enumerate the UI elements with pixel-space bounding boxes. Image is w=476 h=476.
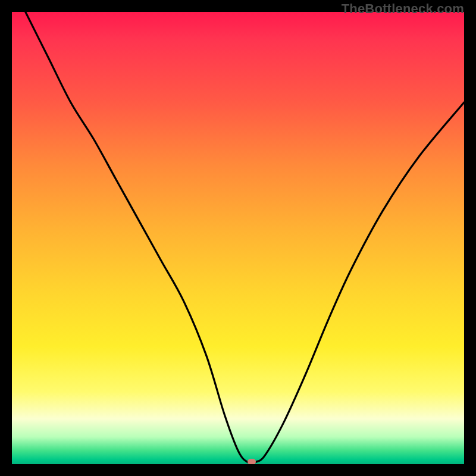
plot-area	[12, 12, 464, 464]
bottleneck-curve	[12, 12, 464, 464]
optimal-point-marker	[248, 459, 256, 464]
chart-frame: TheBottleneck.com	[0, 0, 476, 476]
watermark-text: TheBottleneck.com	[342, 1, 464, 17]
